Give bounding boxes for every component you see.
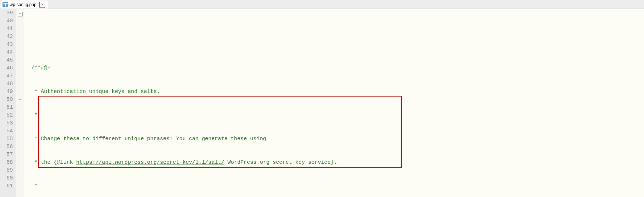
line-number: 45 <box>1 56 13 64</box>
fold-cell <box>20 151 24 159</box>
file-tab[interactable]: wp-config.php ✕ <box>1 0 48 9</box>
line-number: 48 <box>1 80 13 88</box>
line-number: 39 <box>1 9 13 17</box>
fold-cell <box>20 80 24 88</box>
fold-cell <box>20 41 24 49</box>
editor-pane: 3940414243444546474849505152535455565758… <box>0 9 644 197</box>
svg-rect-3 <box>4 5 7 5</box>
code-line: * <box>29 112 644 119</box>
code-line <box>29 33 644 41</box>
line-number: 57 <box>1 151 13 159</box>
close-tab-icon[interactable]: ✕ <box>39 2 45 8</box>
line-number: 51 <box>1 104 13 112</box>
fold-cell <box>20 127 24 135</box>
tab-bar: wp-config.php ✕ <box>0 0 644 9</box>
line-number: 42 <box>1 33 13 41</box>
line-number: 54 <box>1 127 13 135</box>
file-icon <box>3 2 8 8</box>
fold-cell <box>20 104 24 112</box>
line-number: 59 <box>1 167 13 174</box>
fold-cell <box>20 25 24 33</box>
fold-cell <box>20 119 24 127</box>
fold-cell <box>20 143 24 151</box>
fold-cell <box>20 64 24 72</box>
line-number: 40 <box>1 17 13 25</box>
fold-cell <box>20 159 24 167</box>
fold-cell <box>16 182 24 190</box>
line-number: 60 <box>1 174 13 182</box>
svg-rect-4 <box>3 4 4 4</box>
line-number: 56 <box>1 143 13 151</box>
fold-cell <box>20 112 24 119</box>
line-number: 46 <box>1 64 13 72</box>
fold-toggle-icon[interactable]: − <box>18 12 23 16</box>
fold-cell <box>20 167 24 174</box>
blank <box>31 33 34 41</box>
line-number: 43 <box>1 41 13 49</box>
highlight-annotation <box>38 96 402 168</box>
gutter: 3940414243444546474849505152535455565758… <box>0 9 16 197</box>
fold-cell <box>20 56 24 64</box>
fold-cell: - <box>16 96 24 104</box>
code-line: * <box>29 182 644 190</box>
fold-cell: − <box>16 9 24 17</box>
salt-link[interactable]: https://api.wordpress.org/secret-key/1.1… <box>76 159 224 166</box>
code-line: * Change these to different unique phras… <box>29 135 644 143</box>
line-number: 53 <box>1 119 13 127</box>
line-number: 58 <box>1 159 13 167</box>
code-area[interactable]: /**#@+ * Authentication unique keys and … <box>24 9 644 197</box>
code-line: * the {@link https://api.wordpress.org/s… <box>29 159 644 167</box>
line-number: 55 <box>1 135 13 143</box>
code-line: /**#@+ <box>29 64 644 72</box>
line-number: 61 <box>1 182 13 190</box>
svg-rect-5 <box>7 4 8 4</box>
line-number: 47 <box>1 72 13 80</box>
fold-cell <box>20 135 24 143</box>
tab-label: wp-config.php <box>10 2 36 7</box>
line-number: 50 <box>1 96 13 104</box>
fold-cell <box>20 174 24 182</box>
fold-cell <box>20 33 24 41</box>
fold-cell <box>20 17 24 25</box>
line-number: 41 <box>1 25 13 33</box>
line-number: 49 <box>1 88 13 96</box>
line-number: 52 <box>1 112 13 119</box>
code-line: * Authentication unique keys and salts. <box>29 88 644 96</box>
line-number: 44 <box>1 49 13 56</box>
svg-rect-1 <box>3 3 8 4</box>
fold-cell <box>20 49 24 56</box>
fold-cell <box>20 88 24 96</box>
fold-column: −- <box>16 9 24 197</box>
fold-cell <box>20 72 24 80</box>
